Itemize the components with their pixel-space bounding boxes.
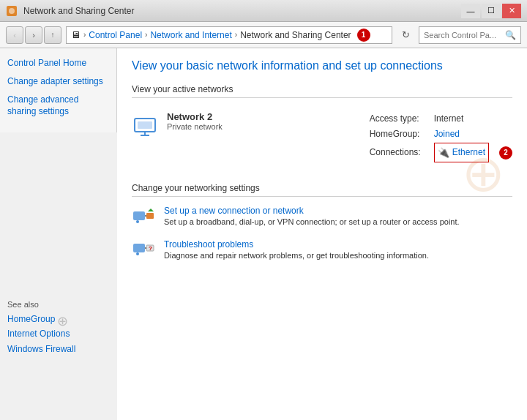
homegroup-label: HomeGroup: [370, 127, 428, 143]
network-icon [132, 111, 158, 138]
svg-point-9 [136, 220, 139, 223]
callout-two: 2 [499, 146, 512, 160]
network-details: Network 2 Private network [167, 111, 223, 131]
refresh-button[interactable]: ↻ [397, 26, 414, 44]
troubleshoot-icon: ? [132, 239, 155, 263]
active-networks-header: View your active networks [132, 84, 512, 98]
back-button[interactable]: ‹ [6, 26, 23, 44]
search-input[interactable] [424, 31, 502, 40]
window-title: Network and Sharing Center [23, 6, 134, 16]
sidebar-internet-options[interactable]: Internet Options [7, 328, 75, 340]
address-bar: ‹ › ↑ 🖥 › Control Panel › Network and In… [0, 22, 527, 48]
breadcrumb-icon: 🖥 [71, 29, 81, 40]
action-new-connection-text: Set up a new connection or network Set u… [164, 206, 460, 226]
breadcrumb-control-panel[interactable]: Control Panel [89, 30, 142, 40]
sidebar-change-adapter[interactable]: Change adapter settings [7, 75, 109, 88]
page-title: View your basic network information and … [132, 59, 512, 74]
close-button[interactable]: ✕ [502, 4, 521, 18]
breadcrumb-bar: 🖥 › Control Panel › Network and Internet… [66, 26, 392, 44]
content-area: View your basic network information and … [117, 48, 527, 420]
access-type-row: Access type: Internet [370, 111, 512, 127]
main-layout: Control Panel Home Change adapter settin… [0, 48, 527, 420]
troubleshoot-desc: Diagnose and repair network problems, or… [164, 251, 429, 260]
svg-text:?: ? [149, 245, 152, 252]
new-connection-link[interactable]: Set up a new connection or network [164, 206, 304, 216]
action-troubleshoot-text: Troubleshoot problems Diagnose and repai… [164, 239, 429, 260]
network-name: Network 2 [167, 111, 223, 122]
svg-point-1 [9, 8, 15, 14]
connections-row: Connections: 🔌 Ethernet 2 [370, 143, 512, 162]
breadcrumb-network-internet[interactable]: Network and Internet [150, 30, 231, 40]
ethernet-link[interactable]: Ethernet [452, 145, 485, 161]
access-type-value: Internet [434, 111, 464, 127]
title-bar: Network and Sharing Center — ☐ ✕ [0, 0, 527, 22]
homegroup-link[interactable]: Joined [434, 127, 460, 143]
nav-buttons: ‹ › ↑ [6, 26, 61, 44]
network-left: Network 2 Private network [132, 111, 223, 138]
connections-box: 🔌 Ethernet [434, 143, 489, 162]
network-right: Access type: Internet HomeGroup: Joined … [370, 111, 512, 163]
troubleshoot-link[interactable]: Troubleshoot problems [164, 239, 253, 250]
action-troubleshoot: ? Troubleshoot problems Diagnose and rep… [132, 239, 512, 263]
action-new-connection: Set up a new connection or network Set u… [132, 206, 512, 229]
svg-rect-6 [133, 211, 145, 220]
troubleshoot-icon-svg: ? [132, 239, 155, 263]
see-also-title: See also [7, 300, 75, 309]
watermark-small: ⊕ [57, 313, 68, 329]
access-type-label: Access type: [370, 111, 428, 127]
window-controls: — ☐ ✕ [461, 4, 521, 18]
svg-marker-11 [148, 209, 154, 211]
callout-one: 1 [357, 29, 370, 42]
forward-button[interactable]: › [25, 26, 42, 44]
new-connection-desc: Set up a broadband, dial-up, or VPN conn… [164, 217, 460, 226]
see-also-section: See also HomeGroup ⊕ Internet Options Wi… [7, 300, 75, 361]
svg-point-15 [136, 252, 139, 255]
sidebar-change-advanced[interactable]: Change advanced sharing settings [7, 94, 109, 119]
breadcrumb-current: Network and Sharing Center [240, 30, 351, 40]
search-icon: 🔍 [505, 30, 516, 40]
change-networking-section: Change your networking settings Set up a… [132, 183, 512, 263]
search-bar[interactable]: 🔍 [419, 26, 521, 44]
network-type: Private network [167, 122, 223, 131]
svg-rect-7 [146, 213, 154, 219]
up-button[interactable]: ↑ [44, 26, 61, 44]
new-connection-icon [132, 206, 155, 229]
connections-icon: 🔌 [438, 144, 449, 161]
connections-label: Connections: [370, 145, 428, 161]
svg-rect-12 [133, 244, 145, 252]
sidebar-control-panel-home[interactable]: Control Panel Home [7, 57, 109, 70]
window-icon [6, 5, 18, 17]
svg-rect-5 [138, 121, 152, 129]
sidebar-windows-firewall[interactable]: Windows Firewall [7, 343, 75, 356]
sidebar: Control Panel Home Change adapter settin… [0, 48, 117, 132]
network-info: Network 2 Private network Access type: I… [132, 105, 512, 169]
connection-icon-svg [132, 206, 155, 229]
minimize-button[interactable]: — [461, 4, 480, 18]
change-settings-header: Change your networking settings [132, 183, 512, 197]
maximize-button[interactable]: ☐ [482, 4, 501, 18]
homegroup-row: HomeGroup: Joined [370, 127, 512, 143]
sidebar-homegroup[interactable]: HomeGroup [7, 313, 55, 326]
